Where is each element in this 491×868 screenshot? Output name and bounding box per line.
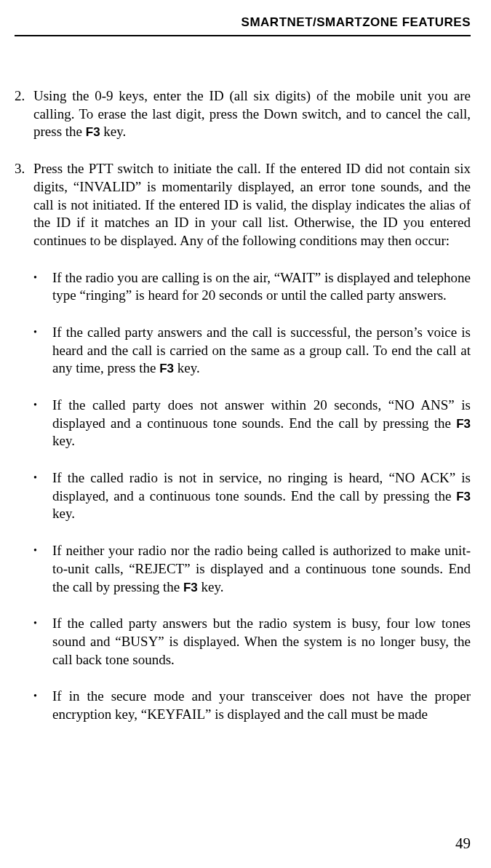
bullet-marker: •: [33, 615, 52, 669]
bullet-item: •If the called party does not answer wit…: [33, 397, 471, 450]
bold-key: F3: [86, 125, 100, 139]
numbered-item: 3.Press the PTT switch to initiate the c…: [15, 160, 471, 250]
bold-key: F3: [159, 362, 174, 375]
item-number: 3.: [15, 160, 33, 250]
bullet-text: If the radio you are calling is on the a…: [52, 269, 471, 305]
page-header: SMARTNET/SMARTZONE FEATURES: [15, 15, 471, 36]
bullet-marker: •: [33, 324, 52, 378]
bullet-text: If the called party answers but the radi…: [52, 615, 471, 669]
item-number: 2.: [15, 87, 33, 141]
bullet-marker: •: [33, 688, 52, 723]
bold-key: F3: [183, 581, 198, 594]
bullet-text: If in the secure mode and your transceiv…: [52, 688, 471, 723]
bullet-text: If the called radio is not in service, n…: [52, 469, 471, 523]
bullet-marker: •: [33, 269, 52, 305]
bullet-item: •If in the secure mode and your transcei…: [33, 688, 471, 723]
page-content: 2.Using the 0-9 keys, enter the ID (all …: [15, 87, 471, 724]
bullet-item: •If the called party answers and the cal…: [33, 324, 471, 378]
page-number: 49: [455, 834, 471, 853]
bullet-item: •If the radio you are calling is on the …: [33, 269, 471, 305]
numbered-item: 2.Using the 0-9 keys, enter the ID (all …: [15, 87, 471, 141]
bullet-text: If neither your radio nor the radio bein…: [52, 542, 471, 596]
bullet-item: •If neither your radio nor the radio bei…: [33, 542, 471, 596]
bullet-marker: •: [33, 469, 52, 523]
bullet-text: If the called party answers and the call…: [52, 324, 471, 378]
bullet-marker: •: [33, 397, 52, 450]
item-text: Using the 0-9 keys, enter the ID (all si…: [33, 87, 471, 141]
bold-key: F3: [456, 417, 471, 431]
bullet-item: •If the called party answers but the rad…: [33, 615, 471, 669]
bold-key: F3: [456, 490, 471, 503]
bullet-marker: •: [33, 542, 52, 596]
bullet-item: •If the called radio is not in service, …: [33, 469, 471, 523]
bullet-text: If the called party does not answer with…: [52, 397, 471, 450]
item-text: Press the PTT switch to initiate the cal…: [33, 160, 471, 250]
